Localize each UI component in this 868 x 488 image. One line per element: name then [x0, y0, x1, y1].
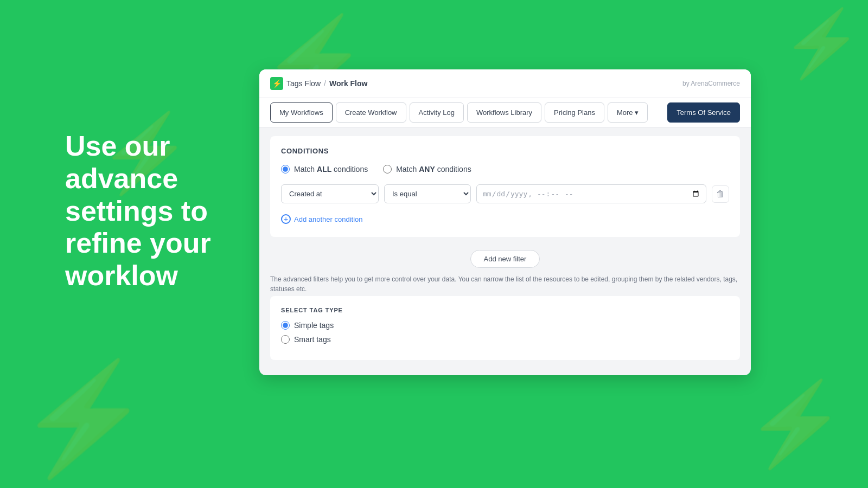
nav-my-workflows[interactable]: My Workflows [270, 102, 333, 123]
card-content: CONDITIONS Match ALL conditions Match AN… [259, 127, 751, 375]
nav-more[interactable]: More ▾ [608, 102, 648, 123]
nav-pricing-plans[interactable]: Pricing Plans [545, 102, 604, 123]
by-arenacommerce: by ArenaCommerce [682, 80, 740, 87]
delete-condition-button[interactable]: 🗑 [712, 185, 729, 203]
nav-activity-log[interactable]: Activity Log [410, 102, 464, 123]
conditions-title: CONDITIONS [281, 147, 729, 155]
condition-row: Created at Updated at Title Tag Is equal… [281, 184, 729, 203]
smart-tags-option[interactable]: Smart tags [281, 335, 729, 344]
add-new-filter-button[interactable]: Add new filter [470, 250, 540, 268]
logo-symbol: ⚡ [272, 79, 282, 88]
deco-bolt-br: ⚡ [745, 376, 846, 472]
match-all-label: Match ALL conditions [294, 165, 368, 174]
match-any-radio[interactable] [383, 165, 392, 174]
breadcrumb-separator: / [324, 79, 326, 88]
condition-operator-select[interactable]: Is equal Is not equal Greater than Less … [384, 184, 471, 203]
simple-tags-radio[interactable] [281, 321, 290, 330]
condition-field-select[interactable]: Created at Updated at Title Tag [281, 184, 379, 203]
add-condition-icon: + [281, 214, 291, 224]
left-panel: Use our advance settings to refine your … [65, 130, 250, 292]
main-card: ⚡ Tags Flow / Work Flow by ArenaCommerce… [259, 69, 751, 375]
add-filter-section: Add new filter [270, 243, 740, 270]
terms-of-service-button[interactable]: Terms Of Service [667, 102, 740, 123]
simple-tags-label: Simple tags [294, 321, 334, 330]
smart-tags-label: Smart tags [294, 335, 331, 344]
deco-bolt-bl: ⚡ [16, 355, 152, 483]
nav-create-workflow[interactable]: Create Workflow [336, 102, 406, 123]
condition-date-input[interactable] [476, 184, 706, 203]
left-heading: Use our advance settings to refine your … [65, 130, 250, 292]
deco-bolt-tr: ⚡ [781, 5, 863, 82]
nav-workflows-library[interactable]: Workflows Library [467, 102, 541, 123]
smart-tags-radio[interactable] [281, 335, 290, 344]
match-any-option[interactable]: Match ANY conditions [383, 165, 471, 174]
match-radio-group: Match ALL conditions Match ANY condition… [281, 165, 729, 174]
help-text: The advanced filters help you to get mor… [270, 270, 740, 296]
trash-icon: 🗑 [716, 189, 725, 199]
tag-type-section: SELECT TAG TYPE Simple tags Smart tags [270, 296, 740, 360]
match-any-label: Match ANY conditions [396, 165, 471, 174]
logo-icon: ⚡ [270, 77, 283, 90]
conditions-section: CONDITIONS Match ALL conditions Match AN… [270, 136, 740, 237]
breadcrumb-current: Work Flow [329, 79, 368, 88]
breadcrumb: ⚡ Tags Flow / Work Flow [270, 77, 367, 90]
card-nav: My Workflows Create Workflow Activity Lo… [259, 98, 751, 127]
match-all-radio[interactable] [281, 165, 290, 174]
add-condition-button[interactable]: + Add another condition [281, 212, 362, 226]
simple-tags-option[interactable]: Simple tags [281, 321, 729, 330]
breadcrumb-parent: Tags Flow [286, 79, 321, 88]
card-header: ⚡ Tags Flow / Work Flow by ArenaCommerce [259, 69, 751, 98]
tag-type-title: SELECT TAG TYPE [281, 307, 729, 313]
add-condition-label: Add another condition [294, 215, 362, 223]
match-all-option[interactable]: Match ALL conditions [281, 165, 368, 174]
